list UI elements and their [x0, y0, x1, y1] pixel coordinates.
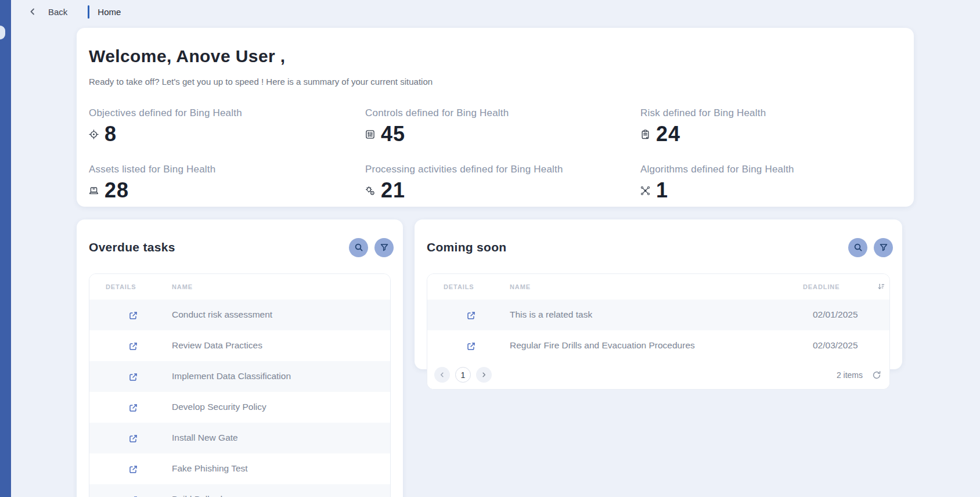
items-count: 2 items: [837, 370, 863, 380]
welcome-card: Welcome, Anove User , Ready to take off?…: [77, 28, 914, 207]
stat-value: 21: [381, 178, 405, 203]
stat-value: 24: [656, 122, 680, 146]
clipboard-alert-icon: [640, 129, 650, 139]
stat-value: 8: [105, 122, 117, 146]
filter-icon: [380, 243, 389, 252]
chevron-left-icon: [28, 8, 37, 16]
sort-icon[interactable]: [877, 283, 885, 291]
task-row: This is a related task 02/01/2025: [427, 300, 889, 330]
stat-controls: Controls defined for Bing Health 45: [365, 107, 640, 146]
column-header-details[interactable]: DETAILS: [427, 274, 503, 300]
stat-risk: Risk defined for Bing Health 24: [640, 107, 896, 146]
task-row: Implement Data Classification: [89, 361, 390, 392]
task-row: Conduct risk assessment: [89, 300, 390, 330]
open-task-button[interactable]: [467, 342, 475, 351]
external-link-icon: [129, 404, 138, 412]
filter-button[interactable]: [874, 238, 893, 257]
external-link-icon: [129, 434, 138, 443]
open-task-button[interactable]: [129, 373, 138, 381]
chevron-right-icon: [481, 372, 487, 378]
sliders-icon: [365, 129, 375, 139]
collapsed-sidebar[interactable]: [0, 0, 11, 497]
column-header-name[interactable]: NAME: [165, 274, 390, 300]
coming-soon-title: Coming soon: [427, 240, 506, 254]
open-task-button[interactable]: [129, 434, 138, 443]
topbar: Back Home: [11, 0, 980, 23]
task-row: Install New Gate: [89, 423, 390, 453]
task-name: Build Bollards: [165, 484, 390, 497]
table-header-row: DETAILS NAME: [89, 274, 390, 300]
back-button[interactable]: [28, 8, 37, 16]
task-name: Regular Fire Drills and Evacuation Proce…: [503, 330, 802, 361]
search-button[interactable]: [848, 238, 867, 257]
search-button[interactable]: [349, 238, 368, 257]
stat-value: 28: [105, 178, 129, 203]
process-gear-icon: [365, 186, 375, 196]
stat-objectives: Objectives defined for Bing Health 8: [89, 107, 365, 146]
target-icon: [89, 129, 99, 139]
task-deadline: 02/03/2025: [802, 330, 889, 361]
table-header-row: DETAILS NAME DEADLINE: [427, 274, 889, 300]
task-name: Fake Phishing Test: [165, 453, 390, 484]
chevron-left-icon: [439, 372, 445, 378]
welcome-subtitle: Ready to take off? Let's get you up to s…: [89, 77, 896, 87]
external-link-icon: [129, 465, 138, 474]
open-task-button[interactable]: [467, 311, 475, 320]
refresh-button[interactable]: [872, 370, 881, 380]
page-number[interactable]: 1: [455, 367, 471, 383]
open-task-button[interactable]: [129, 311, 138, 320]
stat-label: Algorithms defined for Bing Health: [640, 164, 896, 175]
stat-label: Assets listed for Bing Health: [89, 164, 365, 175]
refresh-icon: [872, 370, 881, 380]
column-header-name[interactable]: NAME: [503, 274, 802, 300]
open-task-button[interactable]: [129, 342, 138, 351]
open-task-button[interactable]: [129, 465, 138, 474]
stat-algorithms: Algorithms defined for Bing Health 1: [640, 164, 896, 203]
filter-button[interactable]: [374, 238, 394, 257]
task-row: Develop Security Policy: [89, 392, 390, 423]
network-icon: [640, 186, 650, 196]
stat-assets: Assets listed for Bing Health 28: [89, 164, 365, 203]
active-tab-indicator: [88, 5, 89, 19]
overdue-tasks-title: Overdue tasks: [89, 240, 175, 254]
stat-label: Processing activities defined for Bing H…: [365, 164, 640, 175]
external-link-icon: [129, 373, 138, 381]
laptop-icon: [89, 186, 99, 196]
external-link-icon: [129, 311, 138, 320]
task-row: Build Bollards: [89, 484, 390, 497]
welcome-title: Welcome, Anove User ,: [89, 46, 896, 66]
column-header-deadline[interactable]: DEADLINE: [802, 274, 889, 300]
previous-page-button[interactable]: [434, 367, 450, 383]
task-name: Develop Security Policy: [165, 392, 390, 423]
task-name: Review Data Practices: [165, 330, 390, 361]
stat-label: Objectives defined for Bing Health: [89, 107, 365, 119]
coming-soon-table: DETAILS NAME DEADLINE: [427, 273, 890, 390]
stat-label: Risk defined for Bing Health: [640, 107, 896, 119]
external-link-icon: [467, 342, 475, 351]
stat-label: Controls defined for Bing Health: [365, 107, 640, 119]
task-row: Review Data Practices: [89, 330, 390, 361]
task-name: Conduct risk assessment: [165, 300, 390, 330]
stats-grid: Objectives defined for Bing Health 8 Con…: [89, 107, 896, 203]
filter-icon: [879, 243, 888, 252]
task-row: Fake Phishing Test: [89, 453, 390, 484]
pagination: 1 2 items: [427, 361, 889, 389]
search-icon: [853, 243, 863, 252]
external-link-icon: [129, 342, 138, 351]
open-task-button[interactable]: [129, 404, 138, 412]
task-deadline: 02/01/2025: [802, 300, 889, 330]
overdue-tasks-card: Overdue tasks DETAILS NAME: [77, 219, 403, 497]
stat-value: 45: [381, 122, 405, 146]
coming-soon-card: Coming soon DETAILS NAME DEADLINE: [415, 219, 902, 369]
overdue-tasks-table: DETAILS NAME Conduct risk assessment: [89, 273, 391, 497]
search-icon: [354, 243, 363, 252]
next-page-button[interactable]: [476, 367, 492, 383]
stat-processing-activities: Processing activities defined for Bing H…: [365, 164, 640, 203]
tab-home[interactable]: Home: [98, 7, 121, 17]
external-link-icon: [467, 311, 475, 320]
back-label[interactable]: Back: [48, 7, 67, 17]
stat-value: 1: [656, 178, 668, 203]
task-row: Regular Fire Drills and Evacuation Proce…: [427, 330, 889, 361]
task-name: This is a related task: [503, 300, 802, 330]
column-header-details[interactable]: DETAILS: [89, 274, 165, 300]
